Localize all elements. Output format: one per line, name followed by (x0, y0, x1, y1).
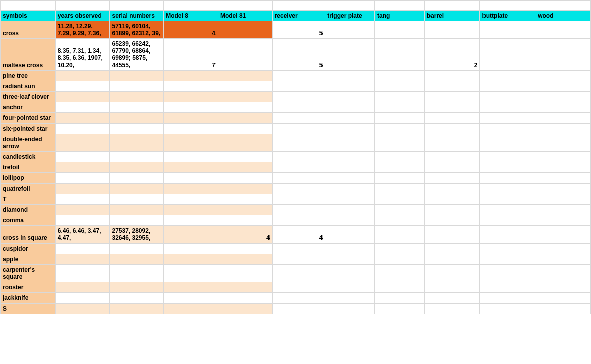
cell[interactable] (535, 244, 591, 254)
cell[interactable] (110, 194, 164, 205)
cell[interactable] (424, 205, 480, 215)
cell[interactable] (55, 81, 110, 92)
cell[interactable]: 6.46, 6.46, 3.47, 4.47, (55, 226, 110, 244)
cell[interactable] (272, 244, 325, 254)
cell[interactable] (164, 293, 218, 304)
cell[interactable] (535, 184, 591, 194)
header-receiver[interactable]: receiver (272, 11, 325, 21)
cell[interactable]: T (1, 194, 56, 205)
cell[interactable] (325, 113, 375, 124)
cell[interactable] (480, 21, 535, 39)
cell[interactable] (535, 282, 591, 293)
cell[interactable] (424, 113, 480, 124)
cell[interactable] (218, 254, 272, 265)
cell[interactable] (272, 304, 325, 314)
cell[interactable] (55, 244, 110, 254)
cell[interactable]: quatrefoil (1, 184, 56, 194)
cell[interactable]: 4 (218, 226, 272, 244)
cell[interactable] (55, 184, 110, 194)
cell[interactable] (272, 215, 325, 226)
cell[interactable] (55, 282, 110, 293)
cell[interactable] (535, 226, 591, 244)
cell[interactable] (424, 282, 480, 293)
cell[interactable] (480, 265, 535, 282)
cell[interactable] (272, 71, 325, 81)
cell[interactable] (272, 282, 325, 293)
cell[interactable] (110, 102, 164, 113)
table-row[interactable]: anchor (1, 102, 591, 113)
table-row[interactable]: T (1, 194, 591, 205)
cell[interactable] (55, 124, 110, 134)
cell[interactable] (325, 265, 375, 282)
cell[interactable] (164, 102, 218, 113)
table-row[interactable]: pine tree (1, 71, 591, 81)
cell[interactable] (164, 184, 218, 194)
cell[interactable] (535, 215, 591, 226)
cell[interactable] (110, 152, 164, 162)
cell[interactable] (55, 173, 110, 184)
table-row[interactable]: quatrefoil (1, 184, 591, 194)
cell[interactable] (535, 92, 591, 102)
cell[interactable] (535, 194, 591, 205)
cell[interactable] (325, 39, 375, 71)
cell[interactable] (480, 102, 535, 113)
cell[interactable] (218, 215, 272, 226)
cell[interactable] (325, 152, 375, 162)
cell[interactable] (480, 162, 535, 173)
cell[interactable]: four-pointed star (1, 113, 56, 124)
cell[interactable]: radiant sun (1, 81, 56, 92)
cell[interactable] (325, 173, 375, 184)
cell[interactable] (375, 162, 425, 173)
header-wood[interactable]: wood (535, 11, 591, 21)
cell[interactable] (218, 244, 272, 254)
cell[interactable] (164, 162, 218, 173)
cell[interactable] (218, 92, 272, 102)
cell[interactable] (55, 194, 110, 205)
cell[interactable] (480, 71, 535, 81)
cell[interactable] (325, 102, 375, 113)
cell[interactable] (480, 92, 535, 102)
cell[interactable] (325, 226, 375, 244)
cell[interactable] (375, 265, 425, 282)
cell[interactable]: 5 (272, 39, 325, 71)
cell[interactable]: 7 (164, 39, 218, 71)
table-row[interactable]: apple (1, 254, 591, 265)
cell[interactable] (480, 124, 535, 134)
cell[interactable] (424, 226, 480, 244)
cell[interactable]: double-ended arrow (1, 134, 56, 152)
spreadsheet-table[interactable]: symbols years observed serial numbers Mo… (0, 0, 591, 314)
cell[interactable] (55, 134, 110, 152)
cell[interactable] (535, 124, 591, 134)
cell[interactable] (424, 162, 480, 173)
cell[interactable] (218, 293, 272, 304)
table-row[interactable]: comma (1, 215, 591, 226)
cell[interactable] (424, 184, 480, 194)
cell[interactable] (375, 215, 425, 226)
cell[interactable] (272, 254, 325, 265)
cell[interactable] (535, 21, 591, 39)
cell[interactable]: candlestick (1, 152, 56, 162)
cell[interactable] (325, 205, 375, 215)
table-row[interactable]: four-pointed star (1, 113, 591, 124)
cell[interactable] (55, 152, 110, 162)
cell[interactable] (375, 205, 425, 215)
cell[interactable] (375, 293, 425, 304)
cell[interactable] (272, 152, 325, 162)
cell[interactable] (272, 162, 325, 173)
cell[interactable] (218, 39, 272, 71)
cell[interactable] (164, 244, 218, 254)
cell[interactable] (110, 215, 164, 226)
cell[interactable] (535, 134, 591, 152)
table-row[interactable]: cross in square6.46, 6.46, 3.47, 4.47,27… (1, 226, 591, 244)
cell[interactable] (480, 244, 535, 254)
table-row[interactable]: lollipop (1, 173, 591, 184)
cell[interactable] (272, 265, 325, 282)
cell[interactable] (535, 71, 591, 81)
cell[interactable] (480, 152, 535, 162)
cell[interactable] (535, 254, 591, 265)
cell[interactable]: S (1, 304, 56, 314)
cell[interactable] (164, 194, 218, 205)
cell[interactable] (55, 102, 110, 113)
cell[interactable] (110, 282, 164, 293)
table-row[interactable]: radiant sun (1, 81, 591, 92)
